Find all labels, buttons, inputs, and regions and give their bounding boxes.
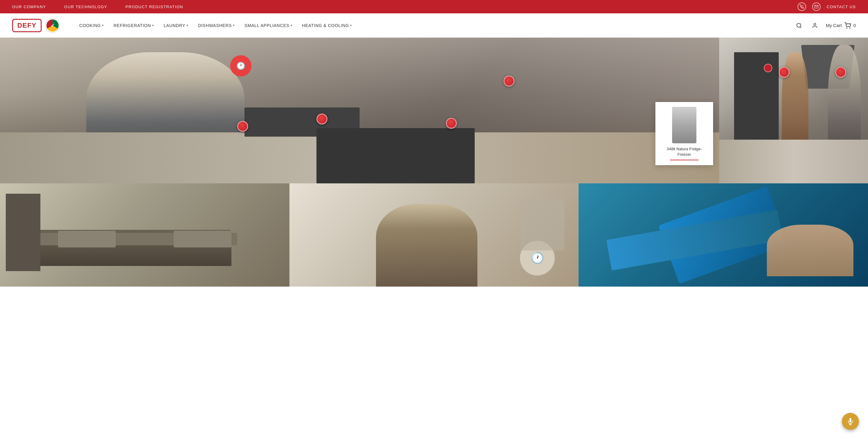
logo-area: DEFY [12, 18, 60, 33]
contact-us-link[interactable]: CONTACT US [827, 5, 856, 9]
defy-logo[interactable]: DEFY [12, 19, 41, 32]
dishwashers-chevron: ▾ [233, 24, 235, 27]
svg-point-4 [846, 28, 847, 28]
heating-cooling-label: HEATING & COOLING [302, 23, 349, 28]
living-room-image [0, 183, 289, 287]
cooking-chevron: ▾ [102, 24, 104, 27]
bottom-card-vacuum[interactable] [579, 183, 868, 287]
nav-item-small-appliances[interactable]: SMALL APPLIANCES ▾ [240, 21, 297, 30]
product-popup-image [672, 107, 696, 143]
hero-right-panel [719, 38, 868, 183]
heating-cooling-chevron: ▾ [350, 24, 352, 27]
laundry-chevron: ▾ [186, 24, 188, 27]
hotspot-right-2[interactable] [835, 67, 846, 78]
refrigeration-chevron: ▾ [152, 24, 154, 27]
product-popup-title: 348lt Natura Fridge-Freezer [660, 146, 708, 157]
hero-section: 🕐 348lt Natura Fridge-Freezer [0, 38, 868, 183]
clock-image: 🕐 [289, 183, 579, 287]
main-navigation: DEFY COOKING ▾ REFRIGERATION ▾ LAUNDRY ▾… [0, 13, 868, 38]
dishwashers-label: DISHWASHERS [198, 23, 232, 28]
kitchen-image-right [719, 38, 868, 183]
top-bar: OUR COMPANY OUR TECHNOLOGY PRODUCT REGIS… [0, 0, 868, 13]
nav-item-cooking[interactable]: COOKING ▾ [75, 21, 108, 30]
cooking-label: COOKING [79, 23, 101, 28]
refrigeration-label: REFRIGERATION [114, 23, 151, 28]
hotspot-2[interactable] [446, 118, 457, 129]
hotspot-3[interactable] [503, 75, 515, 87]
nav-item-dishwashers[interactable]: DISHWASHERS ▾ [194, 21, 239, 30]
product-registration-link[interactable]: PRODUCT REGISTRATION [125, 5, 183, 9]
nav-links: COOKING ▾ REFRIGERATION ▾ LAUNDRY ▾ DISH… [75, 21, 794, 30]
hero-left-panel: 🕐 348lt Natura Fridge-Freezer [0, 38, 719, 183]
laundry-label: LAUNDRY [164, 23, 186, 28]
hotspot-right-1[interactable] [779, 67, 789, 78]
svg-point-1 [797, 23, 801, 27]
cart-count: 0 [854, 23, 856, 28]
mail-icon[interactable] [812, 2, 820, 11]
our-company-link[interactable]: OUR COMPANY [12, 5, 46, 9]
cart-button[interactable]: My Cart 0 [826, 22, 856, 29]
hotspot-1[interactable] [316, 114, 328, 124]
vacuum-image [579, 183, 868, 287]
small-appliances-label: SMALL APPLIANCES [245, 23, 289, 28]
user-account-button[interactable] [810, 21, 820, 30]
quality-badge [45, 18, 60, 33]
bottom-card-clock[interactable]: 🕐 [289, 183, 579, 287]
hotspot-4[interactable] [237, 121, 248, 132]
cart-label: My Cart [826, 23, 842, 28]
phone-icon[interactable] [798, 2, 806, 11]
nav-item-refrigeration[interactable]: REFRIGERATION ▾ [109, 21, 158, 30]
svg-point-3 [814, 23, 816, 25]
our-technology-link[interactable]: OUR TECHNOLOGY [64, 5, 107, 9]
nav-item-heating-cooling[interactable]: HEATING & COOLING ▾ [298, 21, 356, 30]
bottom-grid: 🕐 [0, 183, 868, 287]
svg-line-2 [800, 26, 802, 28]
bottom-card-living[interactable] [0, 183, 289, 287]
nav-right-actions: My Cart 0 [794, 21, 856, 30]
top-bar-right: CONTACT US [798, 2, 856, 11]
kitchen-image-left: 🕐 [0, 38, 719, 183]
svg-point-5 [849, 28, 850, 28]
product-popup-underline [670, 160, 699, 160]
search-button[interactable] [794, 21, 804, 30]
small-appliances-chevron: ▾ [291, 24, 292, 27]
product-popup: 348lt Natura Fridge-Freezer [655, 102, 713, 165]
nav-item-laundry[interactable]: LAUNDRY ▾ [159, 21, 192, 30]
top-bar-links: OUR COMPANY OUR TECHNOLOGY PRODUCT REGIS… [12, 5, 183, 9]
